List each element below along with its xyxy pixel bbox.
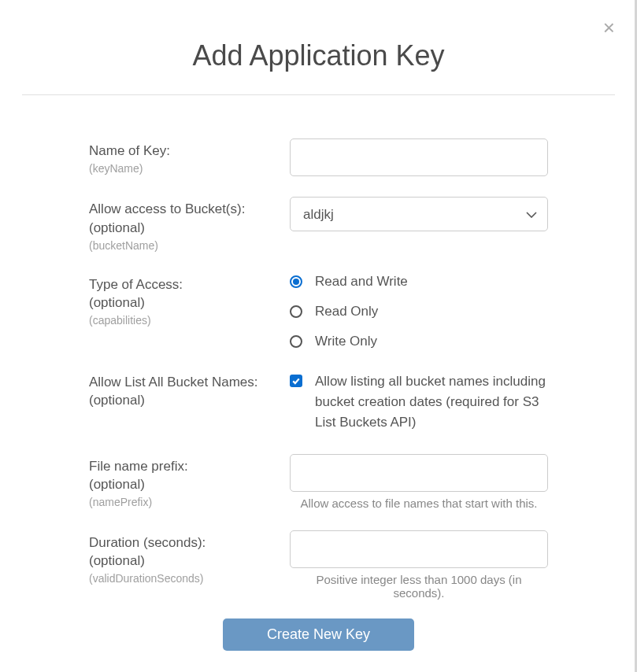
radio-label: Read and Write [315, 274, 408, 290]
control-duration: Positive integer less than 1000 days (in… [290, 530, 548, 600]
control-bucket: aldjkj [290, 197, 548, 231]
radio-write-only[interactable]: Write Only [290, 334, 548, 349]
radio-label: Write Only [315, 334, 377, 349]
prefix-helper: Allow access to file names that start wi… [290, 497, 548, 510]
label-text: Name of Key: [89, 142, 290, 161]
list-all-checkbox-row: Allow listing all bucket names including… [290, 370, 548, 434]
label-list-all: Allow List All Bucket Names: (optional) [89, 370, 290, 411]
label-access-type: Type of Access: (optional) (capabilities… [89, 272, 290, 327]
label-sub: (bucketName) [89, 239, 290, 252]
radio-label: Read Only [315, 304, 378, 319]
control-access-type: Read and Write Read Only Write Only [290, 272, 548, 349]
duration-helper: Positive integer less than 1000 days (in… [290, 573, 548, 600]
label-optional: (optional) [89, 391, 290, 410]
row-access-type: Type of Access: (optional) (capabilities… [89, 272, 548, 349]
modal-title: Add Application Key [22, 16, 615, 94]
radio-icon [290, 305, 302, 318]
row-prefix: File name prefix: (optional) (namePrefix… [89, 454, 548, 510]
label-optional: (optional) [89, 552, 290, 570]
divider-top [22, 94, 615, 95]
label-sub: (validDurationSeconds) [89, 572, 290, 585]
label-bucket: Allow access to Bucket(s): (optional) (b… [89, 197, 290, 252]
label-optional: (optional) [89, 219, 290, 238]
close-icon[interactable]: × [603, 17, 615, 38]
modal-add-application-key: × Add Application Key Name of Key: (keyN… [0, 0, 637, 672]
label-optional: (optional) [89, 294, 290, 312]
row-key-name: Name of Key: (keyName) [89, 138, 548, 176]
radio-icon [290, 275, 302, 288]
label-text: Type of Access: [89, 275, 290, 294]
label-prefix: File name prefix: (optional) (namePrefix… [89, 454, 290, 509]
label-text: Allow access to Bucket(s): [89, 200, 290, 219]
duration-input[interactable] [290, 530, 548, 568]
key-name-input[interactable] [290, 138, 548, 176]
radio-read-write[interactable]: Read and Write [290, 274, 548, 290]
bucket-select[interactable]: aldjkj [290, 197, 548, 231]
label-optional: (optional) [89, 475, 290, 494]
access-radio-group: Read and Write Read Only Write Only [290, 272, 548, 349]
label-text: Allow List All Bucket Names: [89, 373, 290, 392]
row-bucket: Allow access to Bucket(s): (optional) (b… [89, 197, 548, 252]
submit-row: Create New Key [89, 618, 548, 651]
control-list-all: Allow listing all bucket names including… [290, 370, 548, 434]
label-duration: Duration (seconds): (optional) (validDur… [89, 530, 290, 585]
control-key-name [290, 138, 548, 176]
list-all-checkbox[interactable] [290, 375, 302, 387]
row-duration: Duration (seconds): (optional) (validDur… [89, 530, 548, 600]
row-list-all: Allow List All Bucket Names: (optional) … [89, 370, 548, 434]
control-prefix: Allow access to file names that start wi… [290, 454, 548, 510]
check-icon [291, 376, 301, 386]
bucket-select-wrap: aldjkj [290, 197, 548, 231]
radio-icon [290, 335, 302, 348]
form-area: Name of Key: (keyName) Allow access to B… [22, 138, 615, 651]
label-sub: (capabilities) [89, 314, 290, 327]
label-sub: (namePrefix) [89, 496, 290, 508]
checkbox-label: Allow listing all bucket names including… [315, 371, 548, 434]
prefix-input[interactable] [290, 454, 548, 492]
label-text: Duration (seconds): [89, 534, 290, 552]
label-text: File name prefix: [89, 457, 290, 476]
radio-read-only[interactable]: Read Only [290, 304, 548, 319]
create-new-key-button[interactable]: Create New Key [223, 618, 414, 651]
label-sub: (keyName) [89, 162, 290, 175]
label-key-name: Name of Key: (keyName) [89, 138, 290, 175]
